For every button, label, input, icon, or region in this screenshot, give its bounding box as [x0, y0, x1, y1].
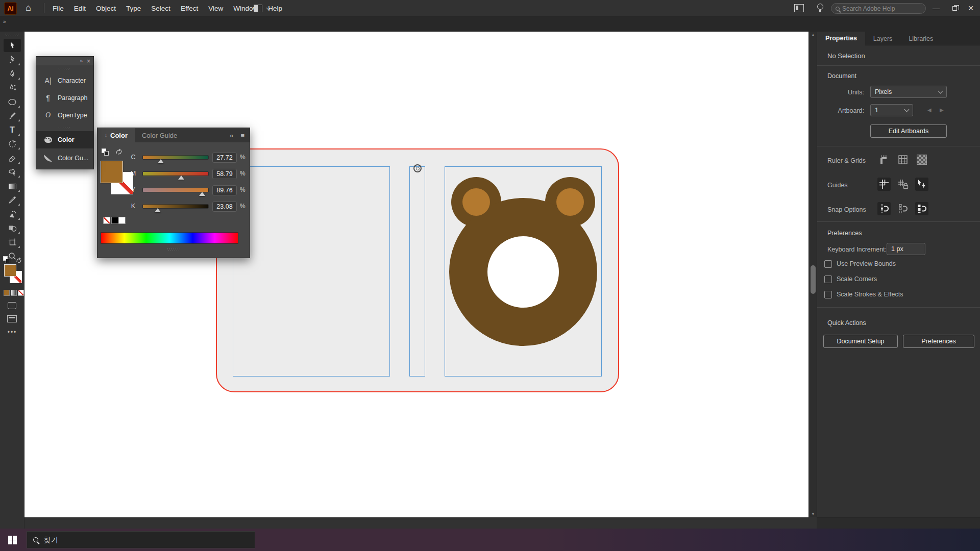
none-swatch[interactable]: [103, 217, 110, 224]
white-swatch[interactable]: [118, 217, 126, 224]
home-icon[interactable]: ⌂: [26, 3, 31, 13]
scroll-up-icon[interactable]: ▲: [809, 33, 817, 37]
close-icon[interactable]: ×: [87, 58, 90, 65]
spine-frame[interactable]: [409, 166, 425, 377]
screen-mode-icon[interactable]: [7, 315, 17, 322]
draw-mode-icon[interactable]: [8, 302, 16, 309]
snap-to-grid-icon[interactable]: [877, 202, 891, 215]
edit-toolbar-icon[interactable]: •••: [0, 329, 24, 336]
start-button[interactable]: [0, 529, 24, 551]
symbol-sprayer-tool[interactable]: [4, 208, 21, 221]
close-button[interactable]: ✕: [962, 0, 980, 16]
discover-lightbulb-icon[interactable]: [817, 4, 823, 10]
adobe-help-search-input[interactable]: [842, 5, 919, 12]
toolbar-expand-icon[interactable]: »: [3, 19, 6, 24]
gradient-tool[interactable]: [4, 180, 21, 193]
lock-guides-icon[interactable]: [896, 178, 910, 191]
previous-artboard-icon[interactable]: ◀: [927, 107, 932, 113]
shaper-tool[interactable]: [4, 165, 21, 179]
swap-fill-stroke-icon[interactable]: [15, 257, 22, 263]
minimize-button[interactable]: —: [927, 0, 945, 16]
panel-item-color[interactable]: Color: [36, 131, 93, 148]
snap-to-pixel-icon[interactable]: [896, 202, 910, 215]
restore-button[interactable]: [945, 0, 964, 16]
drag-handle[interactable]: [59, 68, 70, 70]
units-select[interactable]: Pixels: [870, 86, 947, 98]
artboard-select[interactable]: 1: [870, 104, 913, 116]
menu-select[interactable]: Select: [146, 5, 176, 12]
show-rulers-icon[interactable]: [877, 153, 891, 166]
menu-effect[interactable]: Effect: [176, 5, 203, 12]
use-preview-bounds-checkbox[interactable]: [824, 260, 832, 268]
next-artboard-icon[interactable]: ▶: [940, 107, 944, 113]
fill-color-swatch[interactable]: [101, 161, 123, 183]
menu-file[interactable]: File: [47, 5, 69, 12]
panel-item-color-guide[interactable]: Color Gu...: [36, 149, 93, 167]
cyan-slider[interactable]: [142, 155, 209, 160]
menu-edit[interactable]: Edit: [69, 5, 91, 12]
tab-color[interactable]: ↕ Color: [97, 128, 135, 142]
yellow-value-field[interactable]: 89.76: [212, 185, 237, 195]
black-value-field[interactable]: 23.08: [212, 202, 237, 212]
panel-item-paragraph[interactable]: ¶ Paragraph: [36, 89, 93, 107]
show-grid-icon[interactable]: [896, 153, 910, 166]
selection-target-point[interactable]: [413, 164, 422, 172]
curvature-tool[interactable]: [4, 81, 21, 94]
bear-left-inner-ear[interactable]: [462, 188, 490, 216]
scroll-down-icon[interactable]: ▼: [809, 512, 817, 516]
resize-handle[interactable]: [167, 248, 181, 251]
tab-layers[interactable]: Layers: [865, 32, 901, 45]
app-logo[interactable]: Ai: [4, 2, 17, 15]
menu-type[interactable]: Type: [121, 5, 146, 12]
eraser-tool[interactable]: [4, 152, 21, 165]
black-slider[interactable]: [142, 204, 209, 209]
color-spectrum-bar[interactable]: [101, 232, 238, 244]
tab-libraries[interactable]: Libraries: [900, 32, 941, 45]
workspace-switcher-icon[interactable]: [254, 5, 262, 12]
vertical-scrollbar[interactable]: ▲ ▼: [808, 32, 817, 517]
magenta-value-field[interactable]: 58.79: [212, 169, 237, 179]
ellipse-tool[interactable]: [4, 95, 21, 109]
default-fill-stroke-icon[interactable]: [3, 256, 11, 264]
taskbar-search-input[interactable]: [43, 536, 237, 544]
left-page-frame[interactable]: [233, 166, 390, 377]
drag-handle[interactable]: [59, 127, 70, 129]
show-guides-icon[interactable]: [877, 178, 891, 191]
scale-corners-checkbox[interactable]: [824, 276, 832, 283]
panel-item-character[interactable]: A| Character: [36, 72, 93, 89]
pen-tool[interactable]: [4, 67, 21, 81]
shape-builder-tool[interactable]: [4, 221, 21, 235]
smart-guides-icon[interactable]: [915, 178, 928, 191]
magenta-slider[interactable]: [142, 171, 209, 176]
selection-tool[interactable]: [4, 39, 21, 52]
color-mode-swatch[interactable]: [4, 290, 10, 296]
expand-panel-icon[interactable]: »: [80, 58, 83, 64]
arrange-documents-icon[interactable]: [794, 4, 804, 12]
edit-artboards-button[interactable]: Edit Artboards: [870, 124, 947, 138]
tab-color-guide[interactable]: Color Guide: [135, 128, 184, 142]
black-swatch[interactable]: [111, 217, 118, 224]
document-setup-button[interactable]: Document Setup: [823, 335, 898, 348]
snap-to-point-icon[interactable]: [915, 202, 928, 215]
scrollbar-thumb[interactable]: [811, 265, 816, 294]
panel-menu-icon[interactable]: ≡: [240, 132, 244, 139]
drag-handle[interactable]: [6, 34, 19, 36]
panel-item-opentype[interactable]: O OpenType: [36, 107, 93, 124]
fill-color-swatch[interactable]: [4, 264, 16, 277]
none-mode-swatch[interactable]: [18, 290, 24, 296]
slider-thumb[interactable]: [178, 176, 184, 180]
type-tool[interactable]: T: [4, 123, 21, 137]
cyan-value-field[interactable]: 27.72: [212, 153, 237, 163]
slider-thumb[interactable]: [158, 159, 164, 163]
canvas[interactable]: [24, 32, 808, 517]
rotate-tool[interactable]: [4, 137, 21, 151]
scale-strokes-effects-checkbox[interactable]: [824, 291, 832, 298]
bear-right-inner-ear[interactable]: [556, 188, 584, 216]
tab-properties[interactable]: Properties: [817, 32, 865, 45]
slider-thumb[interactable]: [155, 208, 161, 212]
menu-view[interactable]: View: [203, 5, 228, 12]
slider-thumb[interactable]: [199, 192, 205, 196]
collapse-icons-icon[interactable]: «: [230, 132, 233, 139]
menu-object[interactable]: Object: [91, 5, 121, 12]
paintbrush-tool[interactable]: [4, 109, 21, 122]
